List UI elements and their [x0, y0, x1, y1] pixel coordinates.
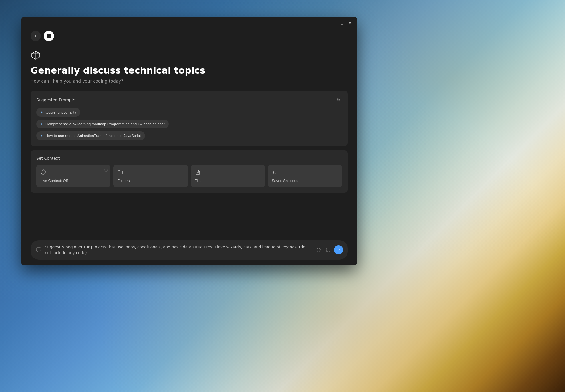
app-logo-icon: [31, 50, 41, 60]
prompt-text-2: Comprehensive c# learning roadmap Progra…: [45, 122, 165, 126]
input-bar: [31, 240, 348, 260]
code-snippet-button[interactable]: [315, 246, 323, 254]
expand-button[interactable]: [324, 246, 332, 254]
suggested-prompts-title: Suggested Prompts: [36, 98, 75, 102]
title-bar: – □ ✕: [21, 17, 357, 29]
suggested-prompts-header: Suggested Prompts ↻: [36, 96, 342, 103]
title-bar-controls: – □ ✕: [332, 21, 352, 25]
chat-input[interactable]: [45, 244, 312, 256]
prompt-text-3: How to use requestAnimationFrame functio…: [45, 134, 141, 138]
svg-rect-6: [36, 248, 41, 251]
prompt-chips-container: ✦ toggle functionality ✦ Comprehensive c…: [36, 108, 342, 140]
close-button[interactable]: ✕: [348, 21, 352, 25]
context-buttons-grid: ⓘ Live Context: Off Folders: [36, 165, 342, 187]
saved-snippets-button[interactable]: {} Saved Snippets: [268, 165, 342, 187]
input-left-icon: [35, 246, 42, 253]
svg-rect-2: [49, 36, 51, 38]
svg-text:{}: {}: [272, 170, 277, 174]
sparkle-icon-2: ✦: [40, 122, 43, 126]
suggested-prompts-card: Suggested Prompts ↻ ✦ toggle functionali…: [31, 91, 348, 146]
maximize-button[interactable]: □: [340, 21, 344, 25]
live-context-info-icon: ⓘ: [104, 168, 108, 173]
files-label: Files: [195, 179, 202, 183]
prompt-chip-3[interactable]: ✦ How to use requestAnimationFrame funct…: [36, 131, 145, 140]
new-chat-button[interactable]: +: [31, 31, 41, 41]
saved-snippets-label: Saved Snippets: [272, 179, 298, 183]
app-icon: [31, 50, 348, 62]
files-icon: [195, 169, 200, 176]
svg-rect-0: [47, 34, 49, 38]
minimize-button[interactable]: –: [332, 21, 336, 25]
files-button[interactable]: Files: [191, 165, 265, 187]
send-button[interactable]: [334, 245, 343, 254]
live-context-icon: [40, 169, 46, 176]
top-toolbar: +: [31, 29, 348, 48]
folders-icon: [117, 169, 123, 176]
app-window: – □ ✕ +: [21, 17, 357, 265]
sparkle-icon-1: ✦: [40, 110, 43, 114]
set-context-card: Set Context ⓘ Live Context: Off: [31, 150, 348, 193]
refresh-prompts-button[interactable]: ↻: [335, 96, 342, 103]
send-icon: [337, 248, 340, 252]
live-context-label: Live Context: Off: [40, 179, 68, 183]
code-brackets-icon: [316, 248, 321, 252]
expand-icon: [326, 248, 331, 252]
prompt-chip-1[interactable]: ✦ toggle functionality: [36, 108, 80, 117]
sparkle-icon-3: ✦: [40, 134, 43, 138]
live-context-button[interactable]: ⓘ Live Context: Off: [36, 165, 110, 187]
layout-icon: [47, 34, 51, 38]
folders-button[interactable]: Folders: [113, 165, 188, 187]
speech-bubble-icon: [36, 247, 41, 252]
page-title: Generally discuss technical topics: [31, 65, 348, 76]
prompt-text-1: toggle functionality: [45, 110, 76, 114]
page-subtitle: How can I help you and your coding today…: [31, 79, 348, 84]
refresh-icon: ↻: [337, 98, 340, 102]
layout-toggle-button[interactable]: [44, 31, 54, 41]
set-context-header: Set Context: [36, 156, 342, 161]
saved-snippets-icon: {}: [272, 169, 278, 176]
folders-label: Folders: [117, 179, 130, 183]
prompt-chip-2[interactable]: ✦ Comprehensive c# learning roadmap Prog…: [36, 120, 169, 128]
main-content: + Generally discuss technical topics: [21, 29, 357, 237]
svg-rect-1: [49, 34, 51, 36]
set-context-title: Set Context: [36, 156, 60, 161]
input-right-actions: [315, 245, 343, 254]
